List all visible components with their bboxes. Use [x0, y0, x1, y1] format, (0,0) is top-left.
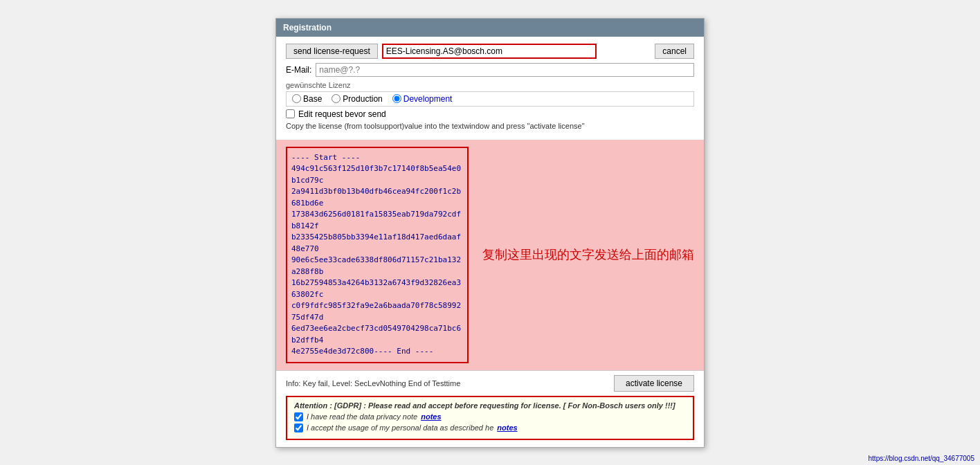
dialog-title: Registration	[276, 19, 704, 37]
pink-area: ---- Start ---- 494c91c563f125d10f3b7c17…	[276, 140, 704, 370]
edit-checkbox[interactable]	[286, 109, 295, 118]
license-section-label: gewünschte Lizenz	[286, 81, 694, 89]
email-to-input[interactable]	[382, 44, 597, 59]
send-license-request-button[interactable]: send license-request	[286, 44, 378, 59]
activate-license-button[interactable]: activate license	[614, 375, 694, 392]
radio-base[interactable]: Base	[292, 94, 322, 104]
radio-development[interactable]: Development	[392, 94, 453, 104]
gdpr-attention-text: Attention : [GDPR] : Please read and acc…	[294, 401, 686, 410]
gdpr-label-2-pre: I accept the usage of my personal data a…	[307, 423, 493, 432]
edit-checkbox-row: Edit request bevor send	[286, 109, 694, 119]
email-input[interactable]	[316, 63, 694, 77]
gdpr-checkbox-1[interactable]	[294, 412, 303, 421]
gdpr-check-row-1: I have read the data privacy note notes	[294, 412, 686, 421]
radio-production[interactable]: Production	[332, 94, 382, 104]
email-label: E-Mail:	[286, 65, 311, 75]
copy-instruction: Copy the license (from toolsupport)value…	[286, 122, 694, 130]
info-row: Info: Key fail, Level: SecLevNothing End…	[276, 370, 704, 396]
info-text: Info: Key fail, Level: SecLevNothing End…	[286, 379, 460, 388]
edit-checkbox-label: Edit request bevor send	[298, 109, 386, 119]
gdpr-notes-link-2[interactable]: notes	[497, 423, 517, 432]
gdpr-check-row-2: I accept the usage of my personal data a…	[294, 423, 686, 432]
gdpr-box: Attention : [GDPR] : Please read and acc…	[286, 396, 694, 440]
gdpr-label-1-pre: I have read the data privacy note	[307, 412, 417, 421]
license-text-display[interactable]: ---- Start ---- 494c91c563f125d10f3b7c17…	[286, 147, 469, 363]
license-radio-group: Base Production Development	[286, 91, 694, 107]
registration-dialog: Registration send license-request cancel…	[275, 18, 705, 448]
chinese-instruction: 复制这里出现的文字发送给上面的邮箱	[475, 147, 694, 363]
gdpr-checkbox-2[interactable]	[294, 423, 303, 432]
cancel-button[interactable]: cancel	[655, 44, 694, 59]
url-bar: https://blog.csdn.net/qq_34677005	[869, 455, 974, 462]
gdpr-notes-link-1[interactable]: notes	[421, 412, 441, 421]
license-text-container: ---- Start ---- 494c91c563f125d10f3b7c17…	[286, 147, 469, 363]
